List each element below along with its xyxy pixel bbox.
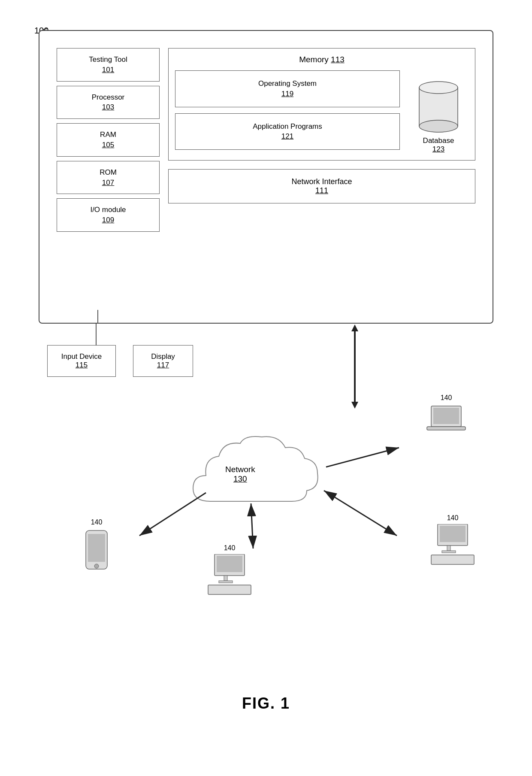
network-section: Network 130 xyxy=(39,381,493,690)
page: 100 Testing Tool 101 Processor xyxy=(0,0,532,776)
svg-line-8 xyxy=(326,448,399,467)
rom-box: ROM 107 xyxy=(57,161,160,194)
main-system-box: Testing Tool 101 Processor 103 RAM 105 xyxy=(39,30,493,324)
connector-line xyxy=(39,324,493,345)
io-module-label: I/O module xyxy=(90,206,126,214)
testing-tool-label: Testing Tool xyxy=(89,55,127,64)
network-interface-box: Network Interface 111 xyxy=(168,169,475,203)
database-label: Database 123 xyxy=(423,136,454,154)
rom-num: 107 xyxy=(61,178,155,188)
left-components: Testing Tool 101 Processor 103 RAM 105 xyxy=(48,39,160,314)
svg-line-9 xyxy=(324,491,397,536)
svg-rect-18 xyxy=(442,551,456,553)
remote-node-2: 140 xyxy=(429,514,476,569)
database-cylinder: Database 123 xyxy=(408,70,469,154)
svg-point-2 xyxy=(419,82,458,94)
network-cloud: Network 130 xyxy=(176,433,326,529)
svg-rect-14 xyxy=(427,427,466,430)
remote-node-1: 140 xyxy=(425,394,468,438)
below-section: Input Device 115 Display 117 xyxy=(39,345,493,377)
svg-rect-24 xyxy=(208,585,251,594)
ram-box: RAM 105 xyxy=(57,123,160,157)
main-content: Testing Tool 101 Processor 103 RAM 105 xyxy=(48,39,484,314)
io-module-num: 109 xyxy=(61,215,155,225)
svg-rect-22 xyxy=(224,576,227,581)
app-programs-box: Application Programs 121 xyxy=(175,113,400,150)
svg-rect-23 xyxy=(219,581,233,583)
svg-rect-17 xyxy=(447,546,450,551)
svg-point-1 xyxy=(419,120,458,132)
display-box: Display 117 xyxy=(133,345,193,377)
rom-label: ROM xyxy=(100,168,117,176)
io-module-box: I/O module 109 xyxy=(57,198,160,232)
ram-num: 105 xyxy=(61,140,155,150)
svg-point-27 xyxy=(94,564,99,568)
figure-label: FIG. 1 xyxy=(17,694,515,712)
processor-box: Processor 103 xyxy=(57,86,160,119)
svg-rect-19 xyxy=(431,555,474,564)
testing-tool-num: 101 xyxy=(61,65,155,75)
memory-box: Memory 113 Operating System 119 xyxy=(168,48,475,161)
remote-node-4: 140 xyxy=(82,518,112,577)
svg-rect-21 xyxy=(217,556,242,572)
input-device-box: Input Device 115 xyxy=(47,345,116,377)
network-label: Network 130 xyxy=(225,465,255,484)
svg-rect-16 xyxy=(440,526,466,542)
processor-num: 103 xyxy=(61,102,155,112)
ram-label: RAM xyxy=(100,130,116,139)
svg-rect-13 xyxy=(433,408,459,424)
processor-label: Processor xyxy=(92,93,125,101)
memory-title: Memory 113 xyxy=(175,55,469,64)
io-vertical-line xyxy=(97,310,98,323)
svg-rect-26 xyxy=(88,534,105,562)
remote-node-3: 140 xyxy=(206,544,253,599)
os-box: Operating System 119 xyxy=(175,70,400,107)
testing-tool-box: Testing Tool 101 xyxy=(57,48,160,82)
right-section: Memory 113 Operating System 119 xyxy=(160,39,484,314)
diagram-container: 100 Testing Tool 101 Processor xyxy=(17,30,515,712)
svg-marker-4 xyxy=(351,324,358,331)
